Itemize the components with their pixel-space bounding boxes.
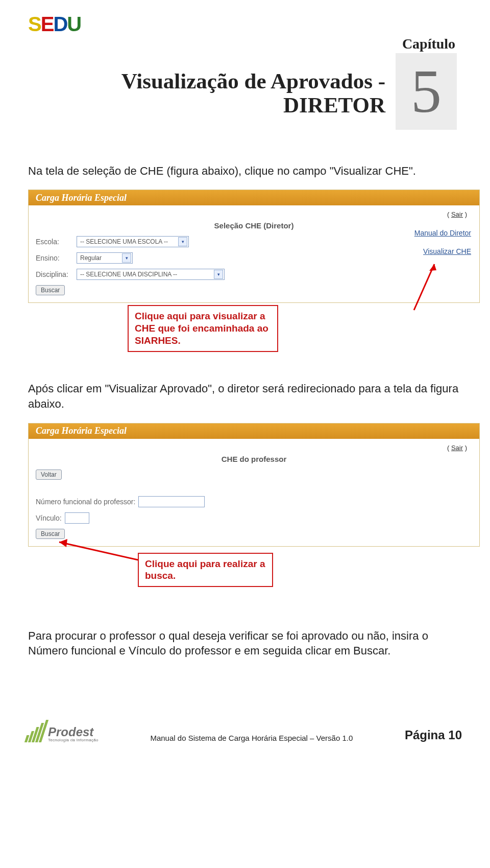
screenshot-panel-1: Carga Horária Especial ( Sair ) Seleção … [28, 190, 480, 303]
buscar-button-2[interactable]: Buscar [36, 529, 65, 539]
callout-buscar: Clique aqui para realizar a busca. [138, 553, 273, 588]
escola-select[interactable]: -- SELECIONE UMA ESCOLA -- ▾ [77, 236, 189, 247]
panel-header: Carga Horária Especial [29, 190, 479, 205]
disciplina-value: -- SELECIONE UMA DISCIPLINA -- [80, 271, 177, 278]
escola-label: Escola: [36, 238, 77, 246]
sair-link[interactable]: Sair [451, 210, 463, 218]
voltar-button[interactable]: Voltar [36, 470, 62, 480]
sair-row: ( Sair ) [36, 208, 472, 218]
vinculo-input[interactable] [65, 512, 89, 524]
disciplina-select[interactable]: -- SELECIONE UMA DISCIPLINA -- ▾ [77, 269, 225, 280]
numero-funcional-label: Número funcional do professor: [36, 498, 135, 506]
paragraph-search: Para procurar o professor o qual deseja … [28, 628, 462, 659]
prodest-sub: Tecnologia da Informação [48, 738, 99, 742]
callout-visualizar: Clique aqui para visualizar a CHE que fo… [128, 305, 278, 351]
page-footer: Prodest Tecnologia da Informação Manual … [28, 720, 462, 742]
paragraph-intro: Na tela de seleção de CHE (figura abaixo… [28, 163, 462, 179]
panel-title-2: Carga Horária Especial [36, 426, 127, 436]
title-line-1: Visualização de Aprovados - [121, 69, 385, 93]
numero-funcional-input[interactable] [138, 496, 205, 507]
panel-header-2: Carga Horária Especial [29, 424, 479, 439]
form-title-2: CHE do professor [36, 455, 472, 463]
chevron-down-icon: ▾ [214, 270, 223, 279]
sair-link-2[interactable]: Sair [451, 444, 463, 452]
screenshot-panel-2: Carga Horária Especial ( Sair ) CHE do p… [28, 423, 480, 547]
paragraph-after-click: Após clicar em "Visualizar Aprovado", o … [28, 381, 462, 411]
ensino-value: Regular [80, 254, 102, 262]
title-line-2: DIRETOR [283, 93, 385, 117]
prodest-name: Prodest [48, 726, 99, 738]
buscar-button[interactable]: Buscar [36, 285, 65, 295]
panel-title: Carga Horária Especial [36, 193, 127, 203]
prodest-logo: Prodest Tecnologia da Informação [28, 720, 99, 742]
sedu-logo: SEDU [28, 13, 462, 36]
chapter-number: 5 [396, 53, 457, 130]
chevron-down-icon: ▾ [122, 253, 131, 263]
visualizar-che-link[interactable]: Visualizar CHE [414, 247, 471, 255]
escola-value: -- SELECIONE UMA ESCOLA -- [80, 238, 168, 245]
form-title: Seleção CHE (Diretor) [36, 221, 472, 230]
chapter-label: Capítulo [396, 36, 462, 52]
chapter-block: Capítulo 5 [396, 36, 462, 130]
footer-page-number: Página 10 [405, 728, 462, 742]
vinculo-label: Vínculo: [36, 514, 62, 522]
manual-diretor-link[interactable]: Manual do Diretor [414, 229, 471, 237]
chevron-down-icon: ▾ [178, 237, 187, 246]
ensino-label: Ensino: [36, 254, 77, 262]
sair-row-2: ( Sair ) [36, 442, 472, 452]
disciplina-label: Disciplina: [36, 270, 77, 278]
footer-manual: Manual do Sistema de Carga Horária Espec… [150, 734, 353, 742]
ensino-select[interactable]: Regular ▾ [77, 252, 133, 264]
